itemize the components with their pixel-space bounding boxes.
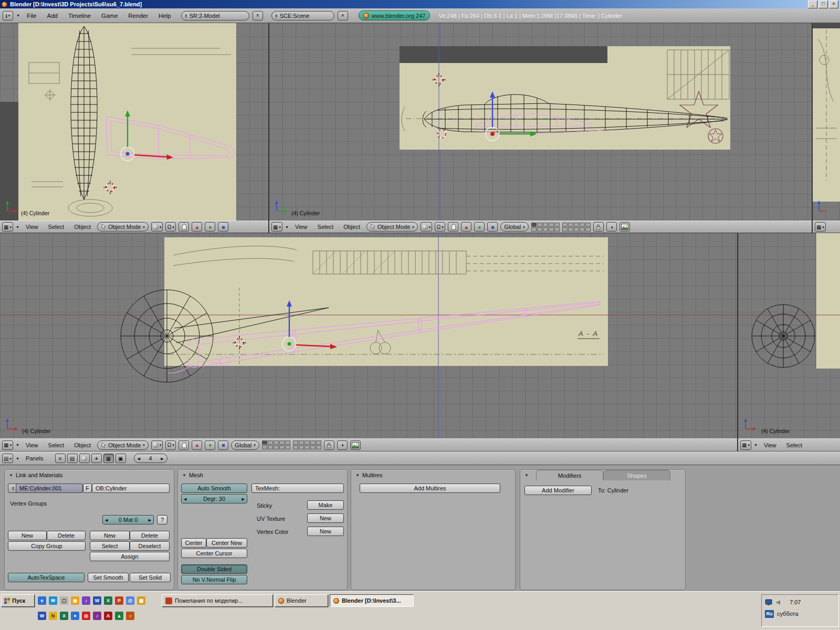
manipulator-translate-toggle[interactable]: ▲ — [461, 222, 471, 232]
viewport-canvas-right[interactable] — [738, 233, 840, 438]
editor-type-button[interactable]: ▦▾ — [271, 222, 282, 232]
deselect-button[interactable]: Deselect — [130, 541, 170, 551]
no-vnormal-flip-toggle[interactable]: No V.Normal Flip — [181, 575, 247, 584]
center-button[interactable]: Center — [181, 538, 206, 548]
tool-icon[interactable]: ▲ — [115, 612, 123, 620]
draw-type-dropdown[interactable]: ▾ — [151, 222, 163, 232]
layer-buttons-group-1[interactable] — [531, 223, 560, 232]
occlusion-toggle[interactable]: ◑ — [337, 440, 348, 450]
viewport-side-view[interactable]: (4) Cylinder — [269, 23, 812, 220]
scene-selector[interactable]: ▲▼ SCE:Scene — [271, 11, 334, 20]
manipulator-hand-toggle[interactable] — [178, 440, 189, 450]
viewport-front-view[interactable]: A - A (4) Cylinder — [0, 233, 737, 438]
vgroup-new-button[interactable]: New — [8, 531, 47, 540]
view-menu[interactable]: View — [22, 442, 42, 448]
lock-view-toggle[interactable] — [593, 222, 604, 232]
degr-slider[interactable]: ◀Degr: 30▶ — [181, 494, 247, 503]
tab-shapes[interactable]: Shapes — [603, 470, 670, 480]
browser-icon[interactable]: ● — [71, 612, 79, 620]
panel-collapse-icon[interactable]: ▼ — [9, 473, 13, 478]
manipulator-hand-toggle[interactable] — [448, 222, 458, 232]
occlusion-toggle[interactable]: ◑ — [606, 222, 617, 232]
menu-render[interactable]: Render — [124, 13, 152, 19]
window-type-button[interactable]: i▾ — [3, 11, 13, 20]
object-name-field[interactable]: OB:Cylinder — [92, 484, 170, 493]
texmesh-field[interactable]: TexMesh: — [251, 484, 344, 493]
select-menu[interactable]: Select — [45, 224, 68, 230]
object-buttons-icon[interactable]: + — [91, 454, 102, 463]
set-smooth-button[interactable]: Set Smooth — [88, 573, 129, 582]
add-modifier-button[interactable]: Add Modifier — [524, 486, 592, 495]
assign-button[interactable]: Assign — [90, 552, 170, 561]
frame-number-stepper[interactable]: ◀4▶ — [134, 454, 167, 463]
select-menu[interactable]: Select — [783, 442, 806, 448]
material-slot-stepper[interactable]: ◀0 Mat 0▶ — [102, 515, 154, 524]
fake-user-button[interactable]: F — [83, 484, 92, 493]
sticky-make-button[interactable]: Make — [307, 500, 344, 510]
material-delete-button[interactable]: Delete — [130, 531, 170, 540]
start-button[interactable]: Пуск — [1, 594, 35, 607]
logic-buttons-icon[interactable]: ≡ — [55, 454, 66, 463]
vgroup-delete-button[interactable]: Delete — [47, 531, 86, 540]
maximize-button[interactable]: □ — [818, 1, 828, 8]
menu-game[interactable]: Game — [98, 13, 121, 19]
manipulator-scale-toggle[interactable]: ■ — [218, 222, 228, 232]
word-icon-2[interactable]: W — [38, 612, 46, 620]
volume-tray-icon[interactable] — [775, 599, 782, 606]
manipulator-rotate-toggle[interactable]: ● — [205, 222, 215, 232]
layer-buttons-group-1[interactable] — [262, 440, 290, 449]
viewport-right-view[interactable]: (4) Cylinder — [738, 233, 840, 438]
editing-buttons-icon[interactable]: ▦ — [103, 454, 114, 463]
view-menu[interactable]: View — [291, 224, 311, 230]
panels-menu[interactable]: Panels — [22, 455, 47, 461]
internet-explorer-icon[interactable]: e — [38, 596, 46, 605]
pivot-dropdown[interactable]: Ω▾ — [435, 222, 445, 232]
viewport-strip[interactable] — [813, 23, 840, 220]
view-menu[interactable]: View — [22, 224, 42, 230]
view-menu[interactable]: View — [760, 442, 780, 448]
manipulator-hand-toggle[interactable] — [178, 222, 189, 232]
select-menu[interactable]: Select — [314, 224, 338, 230]
pivot-dropdown[interactable]: Ω▾ — [165, 440, 176, 450]
media-player-icon[interactable]: ◉ — [71, 596, 79, 605]
mesh-datablock-field[interactable]: ME:Cylinder.001 — [16, 484, 83, 493]
viewport-top-view[interactable]: (4) Cylinder — [0, 23, 268, 220]
powerpoint-icon[interactable]: P — [115, 596, 123, 605]
layer-buttons-group-2[interactable] — [562, 223, 591, 232]
music-app-icon[interactable]: ♪ — [82, 596, 90, 605]
scene-buttons-icon[interactable]: ▣ — [116, 454, 126, 463]
folder-icon[interactable]: ▣ — [137, 596, 145, 605]
pivot-dropdown[interactable]: Ω▾ — [165, 222, 176, 232]
acrobat-icon[interactable]: A — [104, 612, 112, 620]
copy-group-button[interactable]: Copy Group — [8, 541, 86, 551]
panel-collapse-icon[interactable]: ▼ — [182, 473, 186, 478]
object-menu[interactable]: Object — [70, 224, 94, 230]
viewport-canvas-top[interactable] — [0, 23, 268, 220]
clock[interactable]: 7:07 — [790, 599, 801, 605]
media-icon-2[interactable]: ◎ — [82, 612, 90, 620]
center-new-button[interactable]: Center New — [206, 538, 247, 548]
panel-collapse-icon[interactable]: ▼ — [524, 473, 529, 478]
set-solid-button[interactable]: Set Solid — [130, 573, 171, 582]
tab-modifiers[interactable]: Modifiers — [536, 470, 603, 480]
draw-type-dropdown[interactable]: ▾ — [151, 440, 163, 450]
material-help-button[interactable]: ? — [157, 515, 167, 524]
messenger-icon[interactable]: @ — [126, 596, 134, 605]
panel-collapse-icon[interactable]: ▼ — [355, 473, 360, 478]
editor-type-button[interactable]: ▦▾ — [740, 440, 751, 450]
header-collapse-icon[interactable]: ▼ — [754, 443, 758, 447]
task-button-blender-file[interactable]: Blender [D:\Invest\3... — [330, 594, 414, 607]
layer-buttons-group-2[interactable] — [293, 440, 321, 449]
shading-buttons-icon[interactable] — [79, 454, 90, 463]
viewport-canvas-front[interactable]: A - A — [0, 233, 737, 438]
manipulator-translate-toggle[interactable]: ▲ — [192, 222, 202, 232]
orientation-dropdown[interactable]: Global▾ — [231, 440, 259, 450]
notes-icon[interactable]: N — [49, 612, 57, 620]
select-menu[interactable]: Select — [45, 442, 68, 448]
draw-type-dropdown[interactable]: ▾ — [421, 222, 433, 232]
editor-type-button[interactable]: ▤▾ — [2, 454, 13, 463]
manipulator-translate-toggle[interactable]: ▲ — [192, 440, 202, 450]
settings-icon[interactable]: ☼ — [126, 612, 134, 620]
mode-dropdown[interactable]: Object Mode▾ — [366, 222, 418, 232]
render-preview-button[interactable] — [350, 440, 361, 450]
